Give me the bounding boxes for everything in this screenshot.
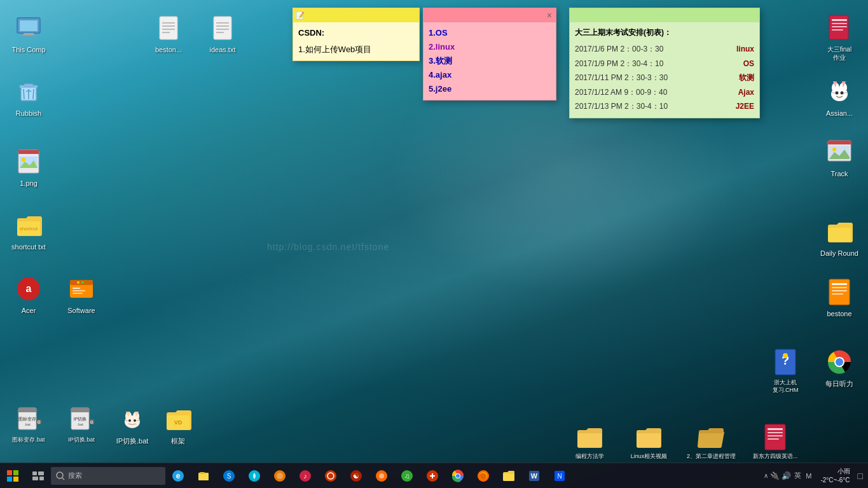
taskbar-app-10[interactable]: ♫ bbox=[394, 463, 420, 489]
taskbar: 搜索 e S bbox=[0, 463, 868, 488]
svg-rect-20 bbox=[72, 290, 85, 291]
desktop-icon-acer[interactable]: a Acer bbox=[3, 274, 54, 316]
svg-rect-75 bbox=[832, 290, 847, 291]
desktop-icon-shortcut[interactable]: shortcut shortcut txt bbox=[3, 210, 54, 252]
taskbar-app-4[interactable] bbox=[242, 463, 267, 489]
systray-lang[interactable]: 英 bbox=[793, 471, 803, 480]
taskbar-firefox-icon[interactable] bbox=[471, 463, 496, 489]
svg-point-100 bbox=[57, 472, 63, 478]
taskbar-chrome-icon[interactable] bbox=[445, 463, 471, 489]
desktop-icon-daily-round[interactable]: Daily Round bbox=[814, 216, 865, 258]
taskbar-ie-icon[interactable]: e bbox=[165, 463, 191, 489]
taskbar-clock[interactable]: 小雨 -2°C~-6°C bbox=[815, 467, 855, 485]
daily-round-label: Daily Round bbox=[818, 248, 860, 258]
desktop-icon-this-comp[interactable]: This Comp bbox=[3, 13, 54, 55]
green-subject-1: OS bbox=[743, 57, 754, 70]
desktop-icon-jiazhi[interactable]: IP切换.bat bbox=[107, 404, 158, 446]
desktop-icon-ideas[interactable]: ideas.txt bbox=[197, 13, 248, 55]
pink-note-titlebar[interactable]: × bbox=[424, 8, 556, 22]
taskbar-folder-icon[interactable] bbox=[496, 463, 521, 489]
txt-file-icon-2 bbox=[207, 13, 238, 43]
taskbar-search[interactable]: 搜索 bbox=[51, 467, 165, 485]
svg-text:♪: ♪ bbox=[303, 472, 307, 480]
taskbar-app-8[interactable]: ☯ bbox=[343, 463, 369, 489]
taskbar-file-explorer-icon[interactable] bbox=[191, 463, 216, 489]
taskbar-pinned-apps: e S bbox=[165, 463, 572, 489]
taskbar-date: -2°C~-6°C bbox=[820, 476, 850, 485]
desktop-icon-rubbish[interactable]: Rubbish bbox=[3, 76, 54, 118]
pink-sticky-note: × 1.OS 2.linux 3.软测 4.ajax 5.j2ee bbox=[423, 8, 556, 101]
svg-rect-91 bbox=[768, 438, 779, 440]
image-file-icon bbox=[13, 146, 44, 177]
daily-round-icon bbox=[824, 216, 855, 247]
systray-overflow[interactable]: ∧ bbox=[764, 472, 768, 479]
systray-volume-icon[interactable]: 🔊 bbox=[782, 471, 791, 480]
desktop-icon-software[interactable]: Software bbox=[56, 274, 107, 316]
pink-item-3: 3.软测 bbox=[429, 54, 551, 68]
computer-icon bbox=[13, 13, 44, 43]
svg-point-17 bbox=[77, 281, 79, 284]
ipbat-label: IP切换.bat bbox=[66, 436, 97, 445]
desktop-icon-1png[interactable]: 1.png bbox=[3, 146, 54, 188]
taskbar-word-icon[interactable]: W bbox=[521, 463, 547, 489]
desktop-icon-chengfa[interactable]: 编程方法学 bbox=[566, 422, 614, 461]
taskbar-app-3[interactable]: S bbox=[216, 463, 242, 489]
taskbar-app-5[interactable] bbox=[267, 463, 293, 489]
desktop-icon-chm[interactable]: ? 浙大上机复习.CHM bbox=[760, 347, 811, 394]
svg-point-38 bbox=[134, 419, 136, 422]
systray-ime[interactable]: M bbox=[804, 472, 813, 480]
taskbar-app-7[interactable] bbox=[318, 463, 343, 489]
svg-text:☯: ☯ bbox=[353, 472, 359, 480]
green-row-2: 2017/1/11 PM 2：30-3：30 软测 bbox=[575, 71, 754, 84]
txt-file-icon-1 bbox=[153, 13, 184, 43]
desktop-icon-iconbat[interactable]: 图标变存 .bat ⚙ 图标变存.bat bbox=[3, 404, 54, 445]
svg-text:VD: VD bbox=[174, 419, 183, 426]
desktop-icon-vd[interactable]: VD 框架 bbox=[153, 404, 203, 446]
action-center-icon[interactable]: □ bbox=[858, 471, 863, 481]
green-date-4: 2017/1/13 PM 2：30-4：10 bbox=[575, 100, 673, 113]
svg-rect-93 bbox=[13, 470, 18, 475]
yellow-note-titlebar[interactable]: 📝 bbox=[293, 8, 419, 22]
svg-rect-96 bbox=[32, 471, 37, 475]
desktop-icon-track[interactable]: Track bbox=[814, 137, 865, 179]
svg-text:S: S bbox=[227, 473, 231, 480]
svg-rect-89 bbox=[768, 432, 783, 433]
vd-label: 框架 bbox=[169, 436, 187, 446]
desktop-icon-dasanfinal[interactable]: 大三final作业 bbox=[814, 13, 865, 62]
svg-rect-57 bbox=[832, 26, 847, 27]
desktop-icon-jincheng[interactable]: 2、第二章进程管理 bbox=[684, 422, 738, 461]
svg-text:N: N bbox=[557, 473, 561, 480]
svg-text:IP切换: IP切换 bbox=[74, 417, 87, 422]
taskbar-app-6[interactable]: ♪ bbox=[293, 463, 318, 489]
svg-rect-55 bbox=[832, 19, 847, 21]
svg-point-111 bbox=[277, 473, 283, 479]
svg-point-64 bbox=[836, 92, 839, 95]
chrome-icon bbox=[824, 347, 855, 377]
desktop-icon-bestone-right[interactable]: bestone bbox=[814, 277, 865, 319]
taskbar-network-icon[interactable]: N bbox=[547, 463, 572, 489]
desktop-icon-linux-video[interactable]: Linux相关视频 bbox=[625, 422, 673, 461]
svg-rect-1 bbox=[20, 20, 38, 31]
desktop-icon-assian[interactable]: Assian... bbox=[814, 76, 865, 118]
taskbar-app-11[interactable] bbox=[420, 463, 445, 489]
systray-network-icon[interactable]: 🔌 bbox=[770, 471, 780, 480]
yellow-note-line1: 1.如何上传Web项目 bbox=[298, 43, 414, 57]
acer-label: Acer bbox=[20, 305, 38, 316]
svg-point-125 bbox=[456, 474, 460, 478]
green-subject-4: J2EE bbox=[736, 100, 754, 113]
task-view-button[interactable] bbox=[25, 463, 51, 489]
yellow-sticky-note: 📝 CSDN: 1.如何上传Web项目 bbox=[293, 8, 420, 61]
taskbar-app-9[interactable] bbox=[369, 463, 394, 489]
svg-point-71 bbox=[832, 148, 836, 151]
start-button[interactable] bbox=[0, 463, 25, 489]
desktop-icon-daily-listen[interactable]: 每日听力 bbox=[814, 347, 865, 389]
cat-file-icon bbox=[117, 404, 148, 435]
desktop-icon-beston[interactable]: beston... bbox=[143, 13, 194, 55]
track-image-icon bbox=[824, 137, 855, 167]
desktop-icon-ipbat[interactable]: IP切换 .bat ⚙ IP切换.bat bbox=[56, 404, 107, 445]
svg-text:shortcut: shortcut bbox=[20, 226, 38, 232]
taskbar-systray: ∧ 🔌 🔊 英 M 小雨 -2°C~-6°C □ bbox=[764, 467, 868, 485]
green-note-titlebar[interactable] bbox=[570, 8, 759, 22]
pink-note-close[interactable]: × bbox=[546, 10, 553, 20]
desktop-icon-xindongfang[interactable]: 新东方四级英语... bbox=[750, 422, 801, 461]
